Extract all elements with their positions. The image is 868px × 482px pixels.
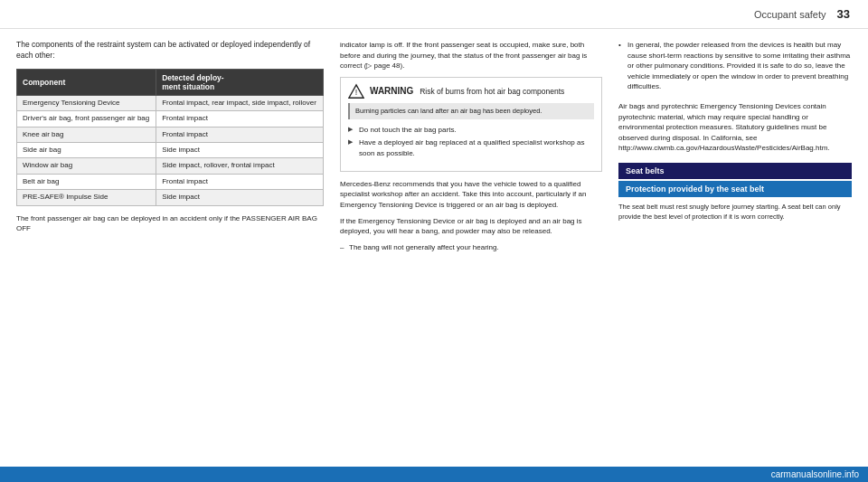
warning-bullet-item: Have a deployed air bag replaced at a qu… <box>348 137 594 157</box>
warning-note: Burning particles can land after an air … <box>348 103 594 120</box>
table-cell: Frontal impact, rear impact, side impact… <box>156 95 324 110</box>
body-text-1: Mercedes-Benz recommends that you have t… <box>340 179 602 211</box>
right-small-text: The seat belt must rest snugly before jo… <box>618 203 852 222</box>
warning-bullet-list: Do not touch the air bag parts.Have a de… <box>348 125 594 158</box>
body-text-2: If the Emergency Tensioning Device or ai… <box>340 216 602 237</box>
table-cell: Side air bag <box>17 142 156 157</box>
table-cell: Belt air bag <box>17 174 156 189</box>
header-bar: Occupant safety 33 <box>0 0 868 29</box>
col1-header: Component <box>17 69 156 95</box>
table-cell: Side impact, rollover, frontal impact <box>156 158 324 174</box>
left-column: The components of the restraint system c… <box>16 40 324 473</box>
warning-title: WARNING Risk of burns from hot air bag c… <box>370 86 564 96</box>
indicator-text: indicator lamp is off. If the front pass… <box>340 40 602 71</box>
table-cell: Driver's air bag, front passenger air ba… <box>17 111 156 127</box>
table-cell: PRE-SAFE® Impulse Side <box>17 190 156 205</box>
section-nav-header[interactable]: Seat belts <box>618 163 852 179</box>
table-cell: Knee air bag <box>17 127 156 142</box>
svg-text:!: ! <box>355 88 358 97</box>
page-container: Occupant safety 33 The components of the… <box>0 0 868 482</box>
right-bullet-list: In general, the powder released from the… <box>618 40 852 92</box>
table-cell: Frontal impact <box>156 111 324 127</box>
component-table: Component Detected deploy-ment situation… <box>16 69 324 206</box>
table-cell: Window air bag <box>17 158 156 174</box>
content-area: The components of the restraint system c… <box>0 29 868 482</box>
table-cell: Side impact <box>156 190 324 205</box>
table-cell: Emergency Tensioning Device <box>17 95 156 110</box>
table-cell: Side impact <box>156 142 324 157</box>
warning-triangle-icon: ! <box>348 83 364 99</box>
sub-bullet-item: The bang will not generally affect your … <box>340 242 602 252</box>
sub-bullet-list: The bang will not generally affect your … <box>340 242 602 252</box>
warning-bullet-item: Do not touch the air bag parts. <box>348 125 594 135</box>
table-cell: Frontal impact <box>156 127 324 142</box>
right-column: In general, the powder released from the… <box>618 40 852 473</box>
section-nav: Seat belts Protection provided by the se… <box>618 163 852 197</box>
col2-header: Detected deploy-ment situation <box>156 69 324 95</box>
warning-header: ! WARNING Risk of burns from hot air bag… <box>348 83 594 99</box>
watermark: carmanualsonline.info <box>0 467 868 482</box>
table-cell: Frontal impact <box>156 174 324 189</box>
mid-column: indicator lamp is off. If the front pass… <box>340 40 602 473</box>
header-page: 33 <box>837 7 850 21</box>
right-bullet-item: In general, the powder released from the… <box>618 40 852 92</box>
header-title: Occupant safety <box>754 9 826 20</box>
right-body-text: Air bags and pyrotechnic Emergency Tensi… <box>618 101 852 154</box>
table-caption: The front passenger air bag can be deplo… <box>16 213 324 233</box>
warning-box: ! WARNING Risk of burns from hot air bag… <box>340 77 602 172</box>
intro-text: The components of the restraint system c… <box>16 40 324 61</box>
section-nav-item[interactable]: Protection provided by the seat belt <box>618 181 852 197</box>
